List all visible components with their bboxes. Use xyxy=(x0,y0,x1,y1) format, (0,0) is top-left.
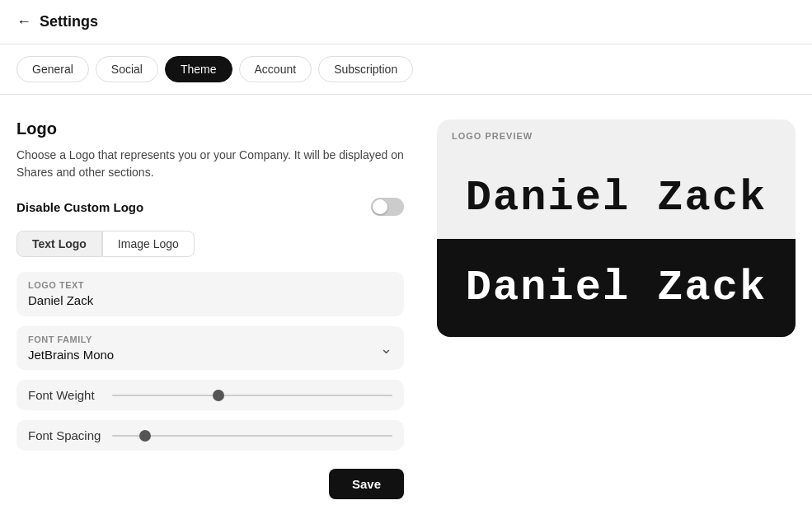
logo-type-tabs: Text Logo Image Logo xyxy=(16,231,404,257)
save-button[interactable]: Save xyxy=(329,469,404,499)
font-family-left: FONT FAMILY JetBrains Mono xyxy=(28,334,114,362)
font-family-value: JetBrains Mono xyxy=(28,348,114,362)
font-weight-slider[interactable] xyxy=(112,395,392,396)
preview-dark: Daniel Zack xyxy=(437,239,796,337)
preview-text-dark: Daniel Zack xyxy=(466,264,767,312)
logo-preview-container: LOGO PREVIEW Daniel Zack Daniel Zack xyxy=(437,119,796,337)
font-weight-field: Font Weight xyxy=(16,380,404,410)
tab-account[interactable]: Account xyxy=(239,56,312,82)
logo-preview-label: LOGO PREVIEW xyxy=(437,119,796,149)
logo-tab-image[interactable]: Image Logo xyxy=(102,231,195,257)
back-button[interactable]: ← xyxy=(16,13,31,30)
disable-custom-logo-toggle[interactable] xyxy=(371,198,404,216)
chevron-down-icon: ⌄ xyxy=(380,339,392,358)
tab-general[interactable]: General xyxy=(16,56,89,82)
disable-custom-logo-label: Disable Custom Logo xyxy=(16,200,143,214)
logo-text-input[interactable] xyxy=(28,293,392,307)
page-title: Settings xyxy=(40,13,98,30)
font-spacing-field: Font Spacing xyxy=(16,420,404,451)
font-spacing-label: Font Spacing xyxy=(28,428,102,442)
font-weight-label: Font Weight xyxy=(28,388,102,402)
right-panel: LOGO PREVIEW Daniel Zack Daniel Zack xyxy=(437,119,796,499)
main-content: Logo Choose a Logo that represents you o… xyxy=(0,95,812,505)
back-icon: ← xyxy=(16,13,31,30)
save-button-row: Save xyxy=(16,461,404,499)
font-family-field[interactable]: FONT FAMILY JetBrains Mono ⌄ xyxy=(16,326,404,370)
font-spacing-slider[interactable] xyxy=(112,435,392,437)
logo-text-field: LOGO TEXT xyxy=(16,272,404,316)
left-panel: Logo Choose a Logo that represents you o… xyxy=(16,119,404,499)
tab-subscription[interactable]: Subscription xyxy=(318,56,413,82)
preview-light: Daniel Zack xyxy=(437,149,796,239)
tabs-bar: General Social Theme Account Subscriptio… xyxy=(0,44,812,95)
tab-theme[interactable]: Theme xyxy=(165,56,232,82)
header: ← Settings xyxy=(0,0,812,44)
preview-text-light: Daniel Zack xyxy=(466,174,767,222)
font-family-label: FONT FAMILY xyxy=(28,334,114,344)
disable-custom-logo-row: Disable Custom Logo xyxy=(16,198,404,216)
section-title: Logo xyxy=(16,119,404,138)
logo-text-label: LOGO TEXT xyxy=(28,280,392,290)
section-description: Choose a Logo that represents you or you… xyxy=(16,147,404,181)
logo-tab-text[interactable]: Text Logo xyxy=(16,231,102,257)
tab-social[interactable]: Social xyxy=(96,56,158,82)
